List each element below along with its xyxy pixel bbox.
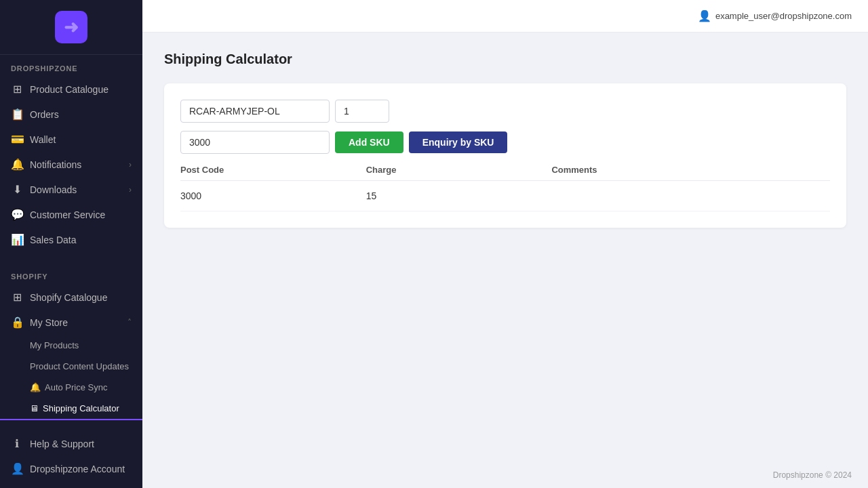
chevron-up-icon: ˄ <box>127 318 132 327</box>
chat-icon: 💬 <box>11 208 23 221</box>
dropshipzone-section-label: DROPSHIPZONE <box>0 55 142 77</box>
sidebar-item-label: Help & Support <box>30 439 132 449</box>
shopify-grid-icon: ⊞ <box>11 291 23 304</box>
sidebar-item-label: Orders <box>30 109 132 120</box>
sidebar-item-customer-service[interactable]: 💬 Customer Service <box>0 202 142 227</box>
sidebar-item-label: Notifications <box>30 159 122 170</box>
logo-area[interactable]: ➜ <box>0 0 142 55</box>
sidebar-item-label: Wallet <box>30 134 132 145</box>
chart-icon: 📊 <box>11 233 23 246</box>
account-icon: 👤 <box>11 462 23 475</box>
table-row: 3000 15 <box>180 181 830 211</box>
product-content-updates-label: Product Content Updates <box>30 361 129 371</box>
cell-postcode: 3000 <box>180 190 366 201</box>
user-email: example_user@dropshipzone.com <box>715 11 852 21</box>
wallet-icon: 💳 <box>11 133 23 146</box>
cell-charge: 15 <box>366 190 552 201</box>
sidebar-item-dropshipzone-account[interactable]: 👤 Dropshipzone Account <box>0 456 142 481</box>
sidebar-item-label: Shopify Catalogue <box>30 292 132 303</box>
sidebar-item-product-catalogue[interactable]: ⊞ Product Catalogue <box>0 77 142 102</box>
sidebar-item-downloads[interactable]: ⬇ Downloads › <box>0 177 142 202</box>
table-header: Post Code Charge Comments <box>180 165 830 181</box>
sidebar-item-my-store[interactable]: 🔒 My Store ˄ <box>0 310 142 335</box>
col-charge: Charge <box>366 165 552 175</box>
sidebar-item-label: Sales Data <box>30 235 132 245</box>
sku-row <box>180 100 830 123</box>
sidebar-item-logout[interactable]: ↩ Logout <box>0 481 142 488</box>
sidebar: ➜ DROPSHIPZONE ⊞ Product Catalogue 📋 Ord… <box>0 0 142 488</box>
shipping-calculator-card: Add SKU Enquiry by SKU Post Code Charge … <box>164 83 846 228</box>
my-products-label: My Products <box>30 340 79 350</box>
bell-icon: 🔔 <box>11 158 23 171</box>
sidebar-item-sales-data[interactable]: 📊 Sales Data <box>0 227 142 252</box>
sidebar-sub-item-my-products[interactable]: My Products <box>0 335 142 356</box>
postcode-row: Add SKU Enquiry by SKU <box>180 131 830 154</box>
qty-input[interactable] <box>335 100 389 123</box>
user-info: 👤 example_user@dropshipzone.com <box>698 9 852 22</box>
footer-text: Dropshipzone © 2024 <box>773 470 852 480</box>
sidebar-item-label: Dropshipzone Account <box>30 464 132 474</box>
download-icon: ⬇ <box>11 183 23 196</box>
footer: Dropshipzone © 2024 <box>142 462 868 488</box>
topbar: 👤 example_user@dropshipzone.com <box>142 0 868 33</box>
sidebar-item-notifications[interactable]: 🔔 Notifications › <box>0 152 142 177</box>
logo-icon: ➜ <box>55 11 87 43</box>
info-icon: ℹ <box>11 437 23 450</box>
main-content: 👤 example_user@dropshipzone.com Shipping… <box>142 0 868 488</box>
sidebar-item-help-support[interactable]: ℹ Help & Support <box>0 431 142 456</box>
sidebar-sub-item-auto-price-sync[interactable]: 🔔 Auto Price Sync <box>0 377 142 398</box>
calculator-icon: 🖥 <box>30 403 39 413</box>
chevron-right-icon: › <box>129 185 132 195</box>
sidebar-item-label: Downloads <box>30 184 122 195</box>
sidebar-item-wallet[interactable]: 💳 Wallet <box>0 127 142 152</box>
cell-comments <box>551 190 830 201</box>
auto-price-sync-label: Auto Price Sync <box>45 382 108 392</box>
col-comments: Comments <box>551 165 830 175</box>
sidebar-sub-item-shipping-calculator[interactable]: 🖥 Shipping Calculator <box>0 398 142 420</box>
lock-icon: 🔒 <box>11 316 23 329</box>
content-area: Shipping Calculator Add SKU Enquiry by S… <box>142 33 868 462</box>
sku-input[interactable] <box>180 100 330 123</box>
sidebar-item-label: My Store <box>30 317 121 328</box>
bell-small-icon: 🔔 <box>30 382 41 392</box>
sidebar-item-label: Customer Service <box>30 209 132 220</box>
col-postcode: Post Code <box>180 165 366 175</box>
shipping-calculator-label: Shipping Calculator <box>43 403 119 413</box>
enquiry-by-sku-button[interactable]: Enquiry by SKU <box>409 131 508 153</box>
sidebar-item-orders[interactable]: 📋 Orders <box>0 102 142 127</box>
orders-icon: 📋 <box>11 108 23 121</box>
results-table: Post Code Charge Comments 3000 15 <box>180 165 830 211</box>
user-icon: 👤 <box>698 9 711 22</box>
postcode-input[interactable] <box>180 131 330 154</box>
page-title: Shipping Calculator <box>164 52 846 67</box>
chevron-right-icon: › <box>129 160 132 169</box>
sidebar-item-shopify-catalogue[interactable]: ⊞ Shopify Catalogue <box>0 285 142 310</box>
sidebar-sub-item-product-content-updates[interactable]: Product Content Updates <box>0 356 142 377</box>
grid-icon: ⊞ <box>11 83 23 96</box>
add-sku-button[interactable]: Add SKU <box>335 131 403 153</box>
shopify-section-label: SHOPIFY <box>0 263 142 285</box>
sidebar-item-label: Product Catalogue <box>30 84 132 95</box>
